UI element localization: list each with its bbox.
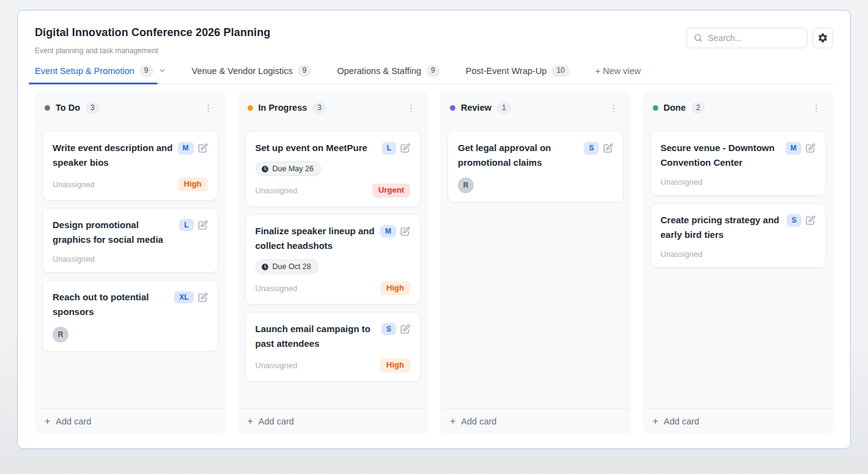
kebab-menu-icon[interactable]: ⋮ [809,102,823,114]
size-badge: XL [174,291,193,303]
task-card[interactable]: Finalize speaker lineup and collect head… [245,214,421,305]
tab-post-event-wrap-up[interactable]: Post-Event Wrap-Up10 [466,65,570,84]
tab-label: Event Setup & Promotion [35,66,134,76]
card-top-row: Write event description and speaker bios… [53,141,208,170]
column-to-do: To Do3⋮Write event description and speak… [35,92,226,434]
column-status-dot [653,105,658,111]
gear-icon [817,32,828,43]
edit-pencil-icon[interactable] [603,143,613,153]
tab-venue-vendor-logistics[interactable]: Venue & Vendor Logistics9 [192,65,312,84]
task-card[interactable]: Write event description and speaker bios… [42,131,218,201]
card-title: Get legal approval on promotional claims [458,141,579,170]
column-status-dot [450,105,455,111]
search-box[interactable] [686,28,807,48]
size-badge: L [382,142,396,154]
header-controls [686,28,833,48]
edit-pencil-icon[interactable] [400,324,410,334]
cards-list: Set up event on MeetPureLDue May 26Unass… [238,124,428,407]
chevron-down-icon[interactable] [158,67,166,75]
task-card[interactable]: Reach out to potential sponsorsXLR [42,280,218,352]
kebab-menu-icon[interactable]: ⋮ [607,102,621,114]
tab-event-setup-promotion[interactable]: Event Setup & Promotion9 [35,65,166,84]
tab-main: Event Setup & Promotion9 [35,65,153,77]
column-name: Done [664,103,686,113]
card-top-row: Launch email campaign to past attendeesS [256,322,411,351]
task-card[interactable]: Secure venue - Downtown Convention Cente… [650,131,826,196]
edit-pencil-icon[interactable] [198,143,208,153]
card-badges: S [787,214,815,226]
add-card-button[interactable]: +Add card [440,408,631,434]
column-count-badge: 2 [691,102,705,114]
size-badge: S [381,323,396,335]
search-icon [693,33,703,43]
card-bottom-row: UnassignedUrgent [256,183,411,198]
cards-list: Write event description and speaker bios… [35,124,226,407]
card-top-row: Design promotional graphics for social m… [53,218,208,247]
edit-pencil-icon[interactable] [400,226,410,236]
page-title: Digital Innovation Conference 2026 Plann… [35,26,270,39]
card-title: Secure venue - Downtown Convention Cente… [661,141,781,170]
due-date-chip: Due May 26 [256,161,321,176]
task-card[interactable]: Get legal approval on promotional claims… [447,131,623,202]
kebab-menu-icon[interactable]: ⋮ [404,102,418,114]
edit-pencil-icon[interactable] [400,143,410,153]
assignee-label: Unassigned [661,250,703,259]
clock-icon [261,165,269,173]
page-subtitle: Event planning and task management [35,46,270,55]
size-badge: M [178,142,194,154]
tab-main: Operations & Staffing9 [337,65,440,77]
size-badge: L [179,219,193,231]
add-card-button[interactable]: +Add card [35,408,226,434]
plus-icon: + [653,417,658,426]
assignee-label: Unassigned [256,284,298,293]
card-bottom-row: UnassignedHigh [53,177,208,191]
cards-list: Secure venue - Downtown Convention Cente… [643,124,834,407]
edit-pencil-icon[interactable] [198,292,208,302]
app-panel: Digital Innovation Conference 2026 Plann… [17,10,851,449]
edit-pencil-icon[interactable] [198,220,208,230]
tab-count-badge: 10 [551,65,569,77]
task-card[interactable]: Design promotional graphics for social m… [42,208,218,273]
kanban-board: To Do3⋮Write event description and speak… [35,92,833,434]
search-input[interactable] [708,33,801,43]
card-top-row: Set up event on MeetPureL [256,141,411,155]
tab-operations-staffing[interactable]: Operations & Staffing9 [337,65,440,84]
column-status-dot [45,105,50,111]
column-count-badge: 3 [312,102,326,114]
card-title: Finalize speaker lineup and collect head… [256,224,376,253]
tab-count-badge: 9 [426,65,440,77]
priority-badge: High [178,177,208,191]
new-view-button[interactable]: + New view [595,66,641,84]
due-date-label: Due May 26 [273,165,314,173]
tab-label: Venue & Vendor Logistics [192,66,293,76]
card-title: Reach out to potential sponsors [53,290,169,319]
edit-pencil-icon[interactable] [806,143,815,153]
plus-icon: + [248,417,253,426]
add-card-button[interactable]: +Add card [643,408,834,434]
tab-label: Post-Event Wrap-Up [466,66,547,76]
card-title: Design promotional graphics for social m… [53,218,174,247]
cards-list: Get legal approval on promotional claims… [440,124,631,407]
card-top-row: Reach out to potential sponsorsXL [53,290,208,319]
card-top-row: Create pricing strategy and early bird t… [661,213,816,242]
column-count-badge: 1 [497,102,511,114]
card-badges: S [584,142,612,154]
task-card[interactable]: Launch email campaign to past attendeesS… [245,312,421,382]
settings-button[interactable] [812,28,833,48]
column-name: To Do [56,103,80,113]
tab-main: Post-Event Wrap-Up10 [466,65,570,77]
card-title: Set up event on MeetPure [256,141,377,155]
add-card-button[interactable]: +Add card [238,408,428,434]
card-badges: XL [174,291,207,303]
card-top-row: Get legal approval on promotional claims… [458,141,613,170]
card-badges: L [382,142,410,154]
header-titles: Digital Innovation Conference 2026 Plann… [35,26,270,55]
card-title: Launch email campaign to past attendees [256,322,377,351]
edit-pencil-icon[interactable] [806,215,815,225]
card-bottom-row: UnassignedHigh [256,358,411,372]
card-bottom-row: Unassigned [53,254,208,264]
kebab-menu-icon[interactable]: ⋮ [202,102,216,114]
size-badge: M [380,225,396,237]
task-card[interactable]: Set up event on MeetPureLDue May 26Unass… [245,131,421,207]
task-card[interactable]: Create pricing strategy and early bird t… [650,203,826,268]
